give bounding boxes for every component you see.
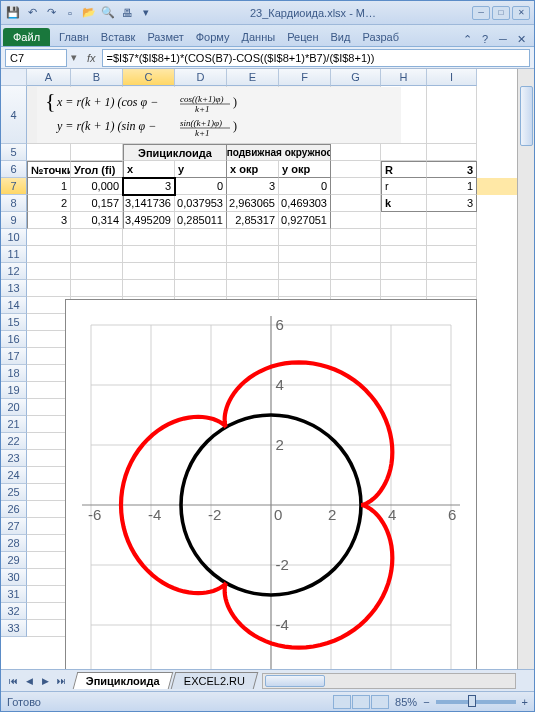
cell[interactable]: 3 bbox=[227, 178, 279, 195]
row-header[interactable]: 14 bbox=[1, 297, 27, 314]
cell[interactable] bbox=[123, 246, 175, 263]
cell[interactable] bbox=[123, 229, 175, 246]
name-box[interactable]: C7 bbox=[5, 49, 67, 67]
worksheet-grid[interactable]: A B C D E F G H I 4 5 Эпициклоида Неподв… bbox=[1, 69, 534, 688]
cell[interactable]: 1 bbox=[27, 178, 71, 195]
col-header-D[interactable]: D bbox=[175, 69, 227, 86]
cell[interactable] bbox=[427, 144, 477, 161]
cell[interactable] bbox=[71, 280, 123, 297]
tab-nav-prev-icon[interactable]: ◀ bbox=[21, 673, 37, 689]
cell[interactable] bbox=[175, 246, 227, 263]
row-header[interactable]: 18 bbox=[1, 365, 27, 382]
row-header[interactable]: 13 bbox=[1, 280, 27, 297]
zoom-slider[interactable] bbox=[436, 700, 516, 704]
sheet-tab-active[interactable]: Эпициклоида bbox=[73, 672, 173, 689]
hdr-yc[interactable]: y окр bbox=[279, 161, 331, 178]
cell[interactable]: 2,963065 bbox=[227, 195, 279, 212]
row-header[interactable]: 5 bbox=[1, 144, 27, 161]
cell[interactable] bbox=[123, 263, 175, 280]
cell[interactable] bbox=[331, 280, 381, 297]
val-R[interactable]: 3 bbox=[427, 161, 477, 178]
save-icon[interactable]: 💾 bbox=[5, 5, 21, 21]
cell[interactable]: 0,157 bbox=[71, 195, 123, 212]
chart-object[interactable]: -6-4-2 0246 642 -2-4-6 bbox=[65, 299, 477, 688]
cell[interactable] bbox=[331, 263, 381, 280]
view-break-button[interactable] bbox=[371, 695, 389, 709]
redo-icon[interactable]: ↷ bbox=[43, 5, 59, 21]
cell[interactable] bbox=[71, 246, 123, 263]
ribbon-tab-view[interactable]: Вид bbox=[325, 28, 357, 46]
row-header[interactable]: 19 bbox=[1, 382, 27, 399]
row-header[interactable]: 7 bbox=[1, 178, 27, 195]
hdr-xc[interactable]: x окр bbox=[227, 161, 279, 178]
cell[interactable] bbox=[427, 280, 477, 297]
cell[interactable]: 3 bbox=[27, 212, 71, 229]
zoom-thumb[interactable] bbox=[468, 695, 476, 707]
row-header[interactable]: 27 bbox=[1, 518, 27, 535]
row-header[interactable]: 30 bbox=[1, 569, 27, 586]
cell[interactable] bbox=[279, 229, 331, 246]
cell[interactable] bbox=[227, 246, 279, 263]
qat-more-icon[interactable]: ▾ bbox=[138, 5, 154, 21]
cell[interactable] bbox=[331, 246, 381, 263]
undo-icon[interactable]: ↶ bbox=[24, 5, 40, 21]
cell[interactable] bbox=[331, 195, 381, 212]
section-fixed[interactable]: Неподвижная окружность bbox=[227, 144, 331, 161]
cell[interactable] bbox=[175, 229, 227, 246]
cell[interactable] bbox=[27, 144, 71, 161]
row-header[interactable]: 31 bbox=[1, 586, 27, 603]
col-header-E[interactable]: E bbox=[227, 69, 279, 86]
cell[interactable] bbox=[27, 280, 71, 297]
row-header[interactable]: 23 bbox=[1, 450, 27, 467]
sheet-tab-other[interactable]: EXCEL2.RU bbox=[171, 672, 259, 689]
row-header[interactable]: 11 bbox=[1, 246, 27, 263]
cell[interactable] bbox=[331, 229, 381, 246]
cell[interactable]: 0,314 bbox=[71, 212, 123, 229]
col-header-H[interactable]: H bbox=[381, 69, 427, 86]
col-header-A[interactable]: A bbox=[27, 69, 71, 86]
zoom-in-icon[interactable]: + bbox=[522, 696, 528, 708]
cell[interactable]: 0,469303 bbox=[279, 195, 331, 212]
row-header[interactable]: 20 bbox=[1, 399, 27, 416]
hdr-x[interactable]: x bbox=[123, 161, 175, 178]
col-header-B[interactable]: B bbox=[71, 69, 123, 86]
cell[interactable] bbox=[331, 212, 381, 229]
val-k[interactable]: 3 bbox=[427, 195, 477, 212]
minimize-button[interactable]: ─ bbox=[472, 6, 490, 20]
cell[interactable] bbox=[27, 229, 71, 246]
row-header[interactable]: 8 bbox=[1, 195, 27, 212]
active-cell[interactable]: 3 bbox=[123, 178, 175, 195]
cell[interactable]: 0 bbox=[175, 178, 227, 195]
cell[interactable]: 2,85317 bbox=[227, 212, 279, 229]
cell[interactable]: 2 bbox=[27, 195, 71, 212]
cell[interactable] bbox=[381, 263, 427, 280]
cell[interactable] bbox=[331, 178, 381, 195]
col-header-C[interactable]: C bbox=[123, 69, 175, 86]
new-icon[interactable]: ▫ bbox=[62, 5, 78, 21]
view-layout-button[interactable] bbox=[352, 695, 370, 709]
cell[interactable]: 0,285011 bbox=[175, 212, 227, 229]
cell[interactable] bbox=[71, 144, 123, 161]
section-epi[interactable]: Эпициклоида bbox=[123, 144, 227, 161]
hdr-angle[interactable]: Угол (fi) bbox=[71, 161, 123, 178]
ribbon-tab-layout[interactable]: Размет bbox=[141, 28, 189, 46]
row-header[interactable]: 6 bbox=[1, 161, 27, 178]
row-header[interactable]: 15 bbox=[1, 314, 27, 331]
cell[interactable] bbox=[279, 263, 331, 280]
cell[interactable] bbox=[27, 263, 71, 280]
fx-icon[interactable]: fx bbox=[87, 52, 96, 64]
vertical-scrollbar[interactable] bbox=[517, 69, 534, 669]
ribbon-tab-insert[interactable]: Вставк bbox=[95, 28, 142, 46]
cell[interactable] bbox=[279, 246, 331, 263]
row-header[interactable]: 9 bbox=[1, 212, 27, 229]
row-header[interactable]: 22 bbox=[1, 433, 27, 450]
row-header[interactable]: 16 bbox=[1, 331, 27, 348]
cell[interactable] bbox=[279, 280, 331, 297]
preview-icon[interactable]: 🔍 bbox=[100, 5, 116, 21]
scrollbar-thumb[interactable] bbox=[265, 675, 325, 687]
row-header[interactable]: 28 bbox=[1, 535, 27, 552]
cell[interactable] bbox=[71, 229, 123, 246]
cell[interactable] bbox=[427, 86, 477, 144]
scrollbar-thumb[interactable] bbox=[520, 86, 533, 146]
open-icon[interactable]: 📂 bbox=[81, 5, 97, 21]
